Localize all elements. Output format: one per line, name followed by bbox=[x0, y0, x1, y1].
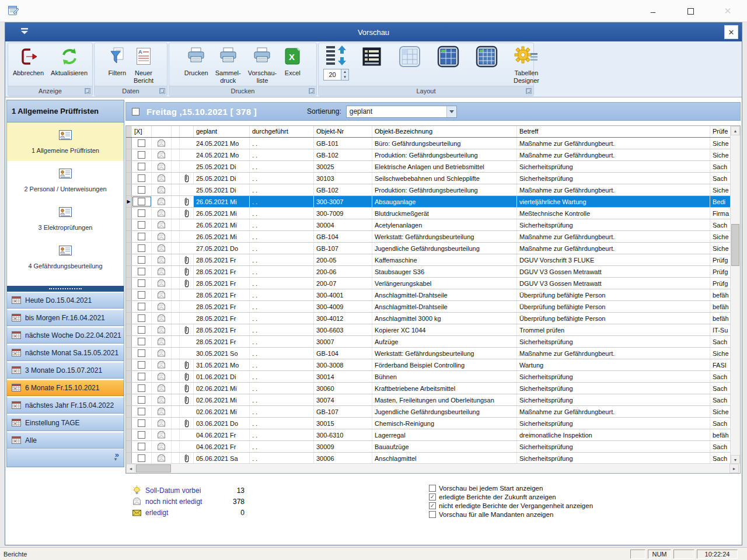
row-selector[interactable] bbox=[126, 429, 132, 440]
row-checkbox[interactable] bbox=[138, 209, 145, 217]
row-checkbox[interactable] bbox=[138, 396, 145, 404]
neuer-bericht-button[interactable]: A Neuer Bericht bbox=[130, 44, 157, 86]
filtern-button[interactable]: Filtern bbox=[104, 44, 130, 78]
sort-dropdown[interactable]: geplant bbox=[346, 106, 457, 118]
table-row[interactable]: 04.06.2021 Fr . . 30009 Bauaufzüge Siche… bbox=[126, 441, 740, 453]
row-checkbox[interactable] bbox=[138, 384, 145, 392]
vorschauliste-button[interactable]: Vorschau- liste bbox=[245, 44, 281, 86]
horizontal-scroll-thumb[interactable] bbox=[136, 464, 171, 473]
table-row[interactable]: 30.05.2021 So . . GB-104 Werkstatt: Gefä… bbox=[126, 348, 740, 359]
vertical-scrollbar[interactable]: ▲ ▼ bbox=[730, 126, 740, 464]
row-selector[interactable] bbox=[126, 453, 132, 464]
row-height-spinner[interactable]: 20 ▲▼ bbox=[323, 69, 349, 80]
aktualisieren-button[interactable]: Aktualisieren bbox=[47, 44, 91, 78]
table-row[interactable]: 28.05.2021 Fr . . 30007 Aufzüge Sicherhe… bbox=[126, 336, 740, 348]
collapse-ribbon-icon[interactable] bbox=[19, 27, 32, 37]
row-selector[interactable] bbox=[126, 278, 132, 289]
row-selector[interactable] bbox=[126, 149, 132, 160]
table-row[interactable]: 26.05.2021 Mi . . 30004 Acetylenanlagen … bbox=[126, 219, 740, 231]
row-checkbox[interactable] bbox=[138, 256, 145, 264]
row-selector[interactable] bbox=[126, 208, 132, 219]
row-checkbox[interactable] bbox=[138, 361, 145, 369]
column-header-select[interactable]: [X] bbox=[132, 126, 152, 137]
dialog-launcher-icon[interactable] bbox=[309, 88, 315, 94]
grid-layout-button-1[interactable] bbox=[395, 44, 425, 69]
horizontal-scrollbar[interactable]: ◄ ► bbox=[126, 463, 740, 473]
row-selector[interactable] bbox=[126, 336, 132, 347]
grid-layout-button-2[interactable] bbox=[433, 44, 463, 69]
row-selector[interactable] bbox=[126, 324, 132, 335]
chevron-down-icon[interactable]: ▼ bbox=[113, 457, 118, 462]
checkbox-icon[interactable] bbox=[429, 511, 436, 518]
excel-button[interactable]: X Excel bbox=[280, 44, 305, 78]
table-row[interactable]: 05.06.2021 Sa . . 30006 Anschlagmittel S… bbox=[126, 453, 740, 464]
table-row[interactable]: 26.05.2021 Mi . . GB-104 Werkstatt: Gefä… bbox=[126, 231, 740, 243]
column-header-objekt-bezeichnung[interactable]: Objekt-Bezeichnung bbox=[372, 126, 517, 137]
row-height-control[interactable]: 20 ▲▼ bbox=[323, 44, 349, 80]
table-row[interactable]: 28.05.2021 Fr . . 300-6603 Kopierer XC 1… bbox=[126, 324, 740, 336]
ribbon-close-button[interactable]: ✕ bbox=[724, 25, 738, 39]
column-header-geplant[interactable]: geplant bbox=[194, 126, 250, 137]
dropdown-arrow-icon[interactable] bbox=[446, 106, 456, 117]
row-checkbox[interactable] bbox=[138, 291, 145, 299]
row-selector[interactable] bbox=[126, 359, 132, 370]
checkbox-icon[interactable] bbox=[429, 494, 436, 501]
row-selector[interactable] bbox=[126, 383, 132, 394]
row-checkbox[interactable] bbox=[138, 454, 145, 462]
column-header-status[interactable] bbox=[152, 126, 172, 137]
row-selector[interactable] bbox=[126, 418, 132, 429]
date-filter-button[interactable]: 3 Monate Do.15.07.2021 bbox=[7, 362, 124, 379]
row-checkbox[interactable] bbox=[138, 233, 145, 240]
table-row[interactable]: 28.05.2021 Fr . . 300-4009 Anschlagmitte… bbox=[126, 301, 740, 313]
table-row[interactable]: 28.05.2021 Fr . . 200-06 Staubsauger S36… bbox=[126, 266, 740, 278]
row-checkbox[interactable] bbox=[138, 314, 145, 322]
scroll-left-icon[interactable]: ◄ bbox=[126, 464, 135, 473]
table-row[interactable]: 28.05.2021 Fr . . 200-07 Verlängerungska… bbox=[126, 278, 740, 289]
table-row[interactable]: 28.05.2021 Fr . . 300-4012 Anschlagmitte… bbox=[126, 313, 740, 324]
row-checkbox[interactable] bbox=[138, 221, 145, 229]
row-selector[interactable] bbox=[126, 184, 132, 195]
row-checkbox[interactable] bbox=[138, 443, 145, 450]
row-checkbox[interactable] bbox=[138, 326, 145, 334]
table-row[interactable]: 27.05.2021 Do . . GB-107 Jugendliche Gef… bbox=[126, 243, 740, 254]
date-filter-button[interactable]: 6 Monate Fr.15.10.2021 bbox=[7, 380, 124, 396]
grid-layout-button-3[interactable] bbox=[472, 44, 502, 69]
row-selector[interactable] bbox=[126, 313, 132, 324]
sammeldruck-button[interactable]: Sammel- druck bbox=[212, 44, 245, 86]
spinner-arrows-icon[interactable]: ▲▼ bbox=[341, 69, 348, 80]
row-selector[interactable] bbox=[126, 301, 132, 312]
table-row[interactable]: 02.06.2021 Mi . . GB-107 Jugendliche Gef… bbox=[126, 406, 740, 418]
category-item[interactable]: 2 Personal / Unterweisungen bbox=[7, 161, 124, 200]
column-header-objekt-nr[interactable]: Objekt-Nr bbox=[314, 126, 372, 137]
row-checkbox[interactable] bbox=[138, 408, 145, 415]
row-selector[interactable] bbox=[126, 196, 132, 207]
scroll-up-icon[interactable]: ▲ bbox=[731, 126, 740, 135]
table-row[interactable]: 01.06.2021 Di . . 30014 Bühnen Sicherhei… bbox=[126, 371, 740, 383]
dialog-launcher-icon[interactable] bbox=[159, 88, 165, 94]
list-view-button[interactable] bbox=[357, 44, 386, 69]
minimize-button[interactable]: – bbox=[644, 4, 662, 18]
date-filter-button[interactable]: Alle bbox=[7, 432, 124, 449]
vertical-scroll-thumb[interactable] bbox=[731, 224, 739, 266]
row-selector[interactable] bbox=[126, 243, 132, 254]
table-row[interactable]: 26.05.2021 Mi . . 300-7009 Blutdruckmeßg… bbox=[126, 208, 740, 219]
table-row[interactable]: 02.06.2021 Mi . . 30074 Masten, Freileit… bbox=[126, 394, 740, 406]
row-selector[interactable] bbox=[126, 371, 132, 382]
row-checkbox[interactable] bbox=[138, 163, 145, 170]
date-filter-button[interactable]: bis Morgen Fr.16.04.2021 bbox=[7, 310, 124, 326]
option-checkbox[interactable]: Vorschau bei jedem Start anzeigen bbox=[429, 484, 593, 492]
row-selector[interactable] bbox=[126, 231, 132, 242]
row-checkbox[interactable] bbox=[138, 151, 145, 159]
scroll-right-icon[interactable]: ► bbox=[729, 464, 739, 473]
row-selector[interactable] bbox=[126, 219, 132, 230]
close-button[interactable]: ✕ bbox=[719, 4, 736, 18]
table-row[interactable]: 28.05.2021 Fr . . 300-4001 Anschlagmitte… bbox=[126, 289, 740, 301]
checkbox-icon[interactable] bbox=[429, 485, 436, 492]
row-selector[interactable] bbox=[126, 406, 132, 417]
splitter-handle[interactable] bbox=[7, 286, 124, 292]
row-selector[interactable] bbox=[126, 173, 132, 184]
option-checkbox[interactable]: Vorschau für alle Mandanten anzeigen bbox=[429, 510, 593, 519]
row-selector[interactable] bbox=[126, 394, 132, 405]
table-row[interactable]: 28.05.2021 Fr . . 200-05 Kaffemaschine D… bbox=[126, 254, 740, 266]
row-checkbox[interactable] bbox=[138, 279, 145, 287]
